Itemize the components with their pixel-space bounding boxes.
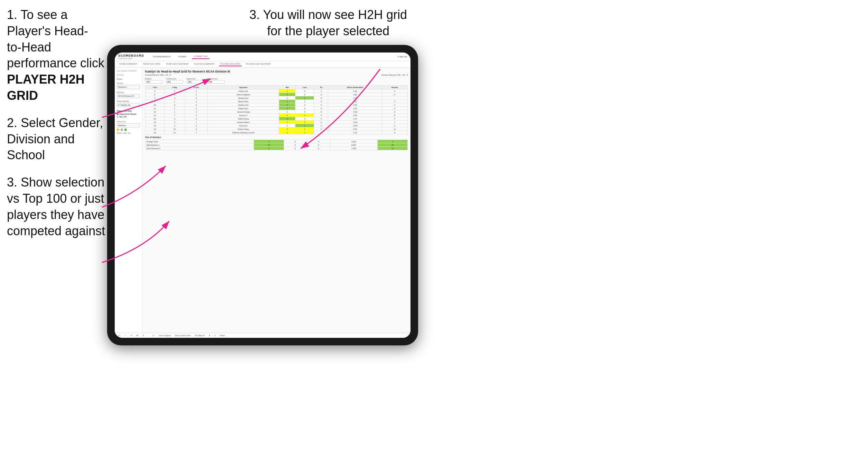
radio-opponents-played[interactable]: Opponents Played: [117, 113, 140, 115]
cell-diff: -5.00: [328, 124, 382, 127]
toolbar-save-custom[interactable]: Save Custom View: [174, 334, 192, 337]
step3a-block: 3. Show selection vs Top 100 or just pla…: [7, 174, 107, 239]
colour-up-lbl: Up: [128, 132, 130, 134]
ood-cell-diff: 7.400: [330, 147, 378, 150]
toolbar-grid[interactable]: ⊞: [135, 334, 139, 337]
ood-cell-loss: 0: [284, 147, 307, 150]
opponent-select[interactable]: (All): [187, 80, 204, 84]
table-row: 11 2 5 Heejo Hyun 1 0 0 3.33 3: [145, 107, 408, 110]
cell-conf: 1: [185, 89, 207, 93]
grid-title: Katelyn Vo Head-to-Head Grid for Women's…: [145, 70, 408, 73]
toolbar-menu[interactable]: ≡: [214, 334, 217, 337]
division-select[interactable]: NCAA Division III: [117, 94, 140, 98]
cell-tie: 0: [314, 131, 328, 134]
filter-region: Region (All): [145, 78, 162, 84]
cell-diff: -0.94: [328, 121, 382, 124]
toolbar-watch[interactable]: 👁 Watch ▾: [194, 334, 205, 337]
cell-tie: 0: [314, 96, 328, 100]
region-select[interactable]: (All): [145, 80, 162, 84]
toolbar-share[interactable]: Share: [219, 334, 226, 337]
gender-select[interactable]: Women's: [117, 85, 140, 89]
app-container: SCOREBOARD Powered by clippd TOURNAMENTS…: [115, 53, 411, 338]
ood-cell-name: NCAA Division 2: [145, 147, 254, 150]
cell-reg: 1: [164, 89, 185, 93]
th-win: Win: [279, 86, 295, 89]
cell-tie: 0: [314, 117, 328, 121]
cell-div: 6: [145, 96, 164, 100]
cell-div: 19: [145, 127, 164, 131]
toolbar-back[interactable]: ←: [123, 334, 128, 337]
cell-loss: 1: [295, 124, 314, 127]
division-record: Division Record: 331 - 34 - 6: [381, 74, 408, 76]
cell-tie: 0: [314, 127, 328, 131]
cell-rounds: 2: [382, 110, 407, 114]
toolbar-timer[interactable]: ⏱: [152, 334, 156, 337]
sidebar: Last Updated: 27/03/2024 16:55:38 Player…: [115, 68, 142, 333]
colour-up-circle: [124, 128, 127, 131]
sign-out-link[interactable]: i | Sign out: [397, 56, 407, 58]
cell-loss: 2: [295, 121, 314, 124]
instructions-left: 1. To see a Player's Head- to-Head perfo…: [7, 7, 107, 250]
cell-tie: 0: [314, 93, 328, 96]
division-label: Division: [117, 91, 140, 93]
subnav-team-summary[interactable]: TEAM SUMMARY: [118, 62, 139, 66]
colour-down-circle: [117, 128, 119, 131]
toolbar-refresh[interactable]: ↷: [141, 334, 145, 337]
th-tie: Tie: [314, 86, 328, 89]
cell-rounds: 6: [382, 131, 407, 134]
cell-div: 10: [145, 103, 164, 107]
th-diff: Diff Av Strokes/Rnd: [328, 86, 382, 89]
table-row: 13 1 1 Jessica Huang 0 0 0 -3.00 2: [145, 110, 408, 114]
cell-div: 18: [145, 124, 164, 127]
subnav-player-h2h[interactable]: PLAYER H2H GRID: [219, 62, 241, 66]
toolbar-view-original[interactable]: View: Original: [158, 334, 172, 337]
colour-level-lbl: Level: [123, 132, 127, 134]
nav-tournaments[interactable]: TOURNAMENTS: [151, 55, 172, 59]
player-label: Player: [117, 78, 140, 80]
cell-div: 3: [145, 89, 164, 93]
cell-win: 1: [279, 100, 295, 103]
cell-opponent: Jessica Mason: [208, 121, 279, 124]
content-area: Katelyn Vo Head-to-Head Grid for Women's…: [142, 68, 411, 333]
cell-reg: 1: [164, 110, 185, 114]
ood-cell-win: 1: [254, 140, 284, 143]
nav-teams[interactable]: TEAMS: [177, 55, 188, 59]
th-rounds: Rounds: [382, 86, 407, 89]
player-rank-select[interactable]: 8. Katelyn Vo: [117, 103, 140, 107]
nav-committee[interactable]: COMMITTEE: [192, 54, 210, 59]
table-row: 3 1 1 Esther Lee 1 0 1 1.50 4: [145, 89, 408, 93]
colour-select[interactable]: Win/loss: [117, 123, 140, 127]
toolbar-dot: ·: [147, 334, 150, 337]
subnav-team-h2h[interactable]: TEAM H2H GRID: [142, 62, 162, 66]
th-loss: Loss: [295, 86, 314, 89]
toolbar-download[interactable]: ⬇: [208, 334, 211, 337]
table-row: 20 11 7 Federica Domecq Lacroze 2 1 0 1.…: [145, 131, 408, 134]
opponent-header: Opponent: [187, 78, 204, 80]
subnav-player-heatmap[interactable]: PLAYER H2H HEATMAP: [245, 62, 272, 66]
cell-reg: 3: [164, 121, 185, 124]
subnav-player-summary[interactable]: PLAYER SUMMARY: [193, 62, 216, 66]
toolbar-redo[interactable]: ↩: [130, 334, 133, 337]
opponents-select[interactable]: (All): [207, 80, 225, 84]
conference-select[interactable]: (All): [166, 80, 183, 84]
toolbar-undo[interactable]: ↩: [117, 334, 121, 337]
cell-win: 0: [279, 124, 295, 127]
radio-dot-unselected: [117, 116, 119, 118]
radio-dot-selected: [117, 113, 119, 115]
ood-cell-diff: 9.267: [330, 143, 378, 147]
cell-win: 0: [279, 96, 295, 100]
cell-rounds: 3: [382, 107, 407, 110]
cell-rounds: 4: [382, 89, 407, 93]
cell-reg: 3: [164, 96, 185, 100]
cell-diff: 3.33: [328, 107, 382, 110]
cell-div: 5: [145, 93, 164, 96]
cell-reg: 1: [164, 100, 185, 103]
cell-conf: 3: [185, 103, 207, 107]
cell-diff: 1.33: [328, 131, 382, 134]
last-updated: Last Updated: 27/03/2024: [117, 70, 140, 72]
ood-table-row: Foreign Team 1 0 0 4.500 2: [145, 140, 408, 143]
subnav-team-heatmap[interactable]: TEAM H2H HEATMAP: [165, 62, 189, 66]
cell-conf: 2: [185, 124, 207, 127]
radio-top100[interactable]: Top 100: [117, 116, 140, 118]
cell-rounds: 4: [382, 117, 407, 121]
